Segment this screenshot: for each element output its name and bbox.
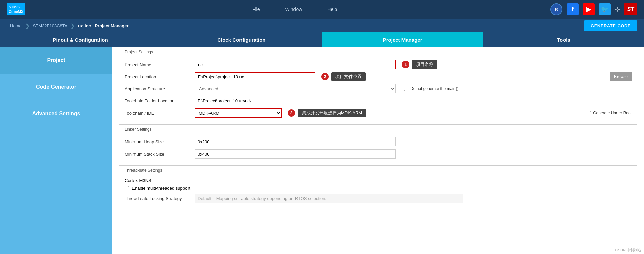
thread-safe-locking-row: Thread-safe Locking Strategy: [125, 194, 632, 203]
twitter-icon[interactable]: 🐦: [599, 3, 611, 15]
min-stack-label: Minimum Stack Size: [125, 152, 192, 157]
min-heap-row: Minimum Heap Size: [125, 137, 632, 146]
toolchain-ide-row: Toolchain / IDE MDK-ARM 3 集成开发环境选择为MDK-A…: [125, 108, 632, 118]
tooltip-2: 项目文件位置: [331, 72, 366, 81]
bubble-3: 3: [288, 109, 295, 117]
anniversary-icon: 10: [550, 3, 562, 15]
thread-safe-locking-label: Thread-safe Locking Strategy: [125, 196, 192, 201]
breadcrumb-project[interactable]: uc.ioc - Project Manager: [75, 23, 132, 28]
project-location-row: Project Location 2 项目文件位置 Browse: [125, 72, 632, 81]
watermark: CSDN 中制制造: [615, 248, 641, 253]
bubble-1: 1: [402, 61, 409, 68]
generate-under-root-label: Generate Under Root: [593, 111, 632, 115]
enable-multithread-label: Enable multi-threaded support: [132, 186, 190, 191]
share-icon[interactable]: ⊹: [615, 6, 620, 13]
top-navbar: STM32 CubeMX File Window Help 10 f ▶ 🐦 ⊹…: [0, 0, 644, 19]
sidebar-item-advanced-settings[interactable]: Advanced Settings: [0, 100, 112, 127]
tooltip-3: 集成开发环境选择为MDK-ARM: [298, 109, 366, 117]
sidebar-item-code-generator[interactable]: Code Generator: [0, 74, 112, 100]
content-area: Project Code Generator Advanced Settings…: [0, 47, 644, 254]
main-tabs: Pinout & Configuration Clock Configurati…: [0, 32, 644, 47]
help-menu[interactable]: Help: [325, 5, 340, 13]
logo-area: STM32 CubeMX: [7, 3, 25, 16]
generate-under-root-checkbox[interactable]: [587, 111, 591, 115]
toolchain-folder-label: Toolchain Folder Location: [125, 98, 192, 103]
enable-multithread-row: Enable multi-threaded support: [125, 186, 632, 191]
tooltip-1: 项目名称: [412, 60, 437, 69]
project-settings-label: Project Settings: [123, 50, 155, 54]
thread-safe-locking-input: [195, 194, 463, 203]
project-location-label: Project Location: [125, 74, 192, 79]
breadcrumb-device[interactable]: STM32F103C8Tx: [30, 23, 71, 28]
project-settings-group: Project Settings Project Name 1 项目名称 Pro…: [119, 53, 637, 125]
project-location-input[interactable]: [195, 72, 315, 81]
tab-clock[interactable]: Clock Configuration: [161, 32, 322, 47]
main-content: Project Settings Project Name 1 项目名称 Pro…: [112, 47, 644, 254]
linker-settings-label: Linker Settings: [123, 127, 153, 132]
enable-multithread-checkbox[interactable]: [125, 186, 129, 190]
min-heap-label: Minimum Heap Size: [125, 139, 192, 144]
bubble-2: 2: [321, 73, 329, 80]
youtube-icon[interactable]: ▶: [583, 3, 595, 15]
breadcrumb-home[interactable]: Home: [7, 23, 25, 28]
tab-tools[interactable]: Tools: [483, 32, 644, 47]
cortex-label: Cortex-M3NS: [125, 178, 151, 183]
annotation-2: 2 项目文件位置: [321, 72, 366, 81]
annotation-3: 3 集成开发环境选择为MDK-ARM: [288, 109, 366, 117]
thread-safe-label: Thread-safe Settings: [123, 168, 164, 173]
breadcrumb-sep2: ❯: [70, 23, 75, 29]
project-name-input[interactable]: [195, 60, 396, 69]
project-name-label: Project Name: [125, 62, 192, 67]
nav-icons: 10 f ▶ 🐦 ⊹ ST: [550, 3, 637, 15]
toolchain-ide-select[interactable]: MDK-ARM: [195, 108, 282, 118]
generate-code-button[interactable]: GENERATE CODE: [584, 20, 637, 31]
tab-pinout[interactable]: Pinout & Configuration: [0, 32, 161, 47]
breadcrumb-sep1: ❯: [25, 23, 30, 29]
sidebar-item-project[interactable]: Project: [0, 47, 112, 74]
toolchain-folder-input[interactable]: [195, 96, 463, 105]
min-heap-input[interactable]: [195, 137, 396, 146]
toolchain-ide-label: Toolchain / IDE: [125, 111, 192, 116]
generate-under-root-row: Generate Under Root: [587, 111, 632, 115]
app-structure-label: Application Structure: [125, 86, 192, 91]
app-structure-row: Application Structure Advanced Do not ge…: [125, 84, 632, 93]
app-structure-select[interactable]: Advanced: [195, 84, 396, 93]
annotation-1: 1 项目名称: [402, 60, 437, 69]
tab-project-manager[interactable]: Project Manager: [322, 32, 483, 47]
nav-menu: File Window Help: [39, 5, 550, 13]
min-stack-row: Minimum Stack Size: [125, 149, 632, 159]
sidebar: Project Code Generator Advanced Settings: [0, 47, 112, 254]
project-name-row: Project Name 1 项目名称: [125, 60, 632, 69]
file-menu[interactable]: File: [250, 5, 263, 13]
window-menu[interactable]: Window: [282, 5, 305, 13]
breadcrumb-bar: Home ❯ STM32F103C8Tx ❯ uc.ioc - Project …: [0, 19, 644, 32]
browse-button[interactable]: Browse: [610, 72, 632, 81]
toolchain-folder-row: Toolchain Folder Location: [125, 96, 632, 105]
linker-settings-group: Linker Settings Minimum Heap Size Minimu…: [119, 130, 637, 166]
facebook-icon[interactable]: f: [567, 3, 579, 15]
do-not-generate-label: Do not generate the main(): [410, 86, 458, 91]
st-logo: ST: [624, 3, 637, 15]
min-stack-input[interactable]: [195, 149, 396, 159]
cortex-row: Cortex-M3NS: [125, 178, 632, 183]
logo-box: STM32 CubeMX: [7, 3, 25, 16]
do-not-generate-row: Do not generate the main(): [404, 86, 458, 91]
do-not-generate-checkbox[interactable]: [404, 87, 408, 91]
thread-safe-settings-group: Thread-safe Settings Cortex-M3NS Enable …: [119, 171, 637, 210]
